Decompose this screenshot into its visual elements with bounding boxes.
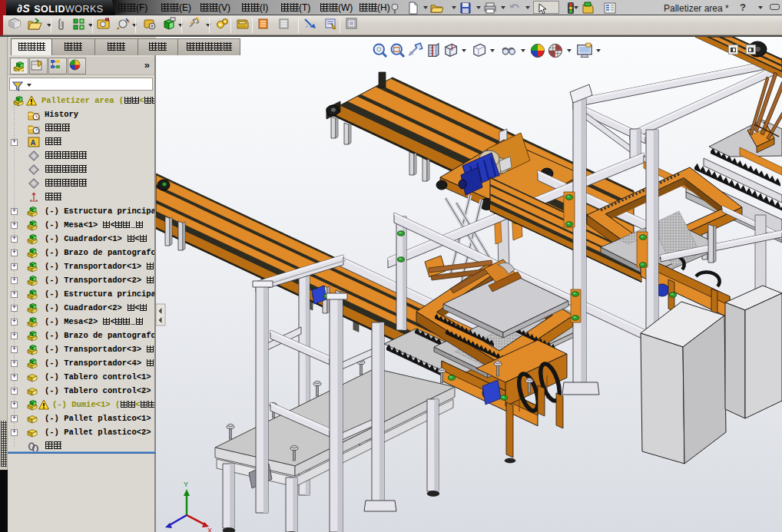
- svg-text:Y: Y: [184, 481, 188, 488]
- svg-text:X: X: [207, 527, 212, 532]
- svg-text:A: A: [31, 139, 35, 147]
